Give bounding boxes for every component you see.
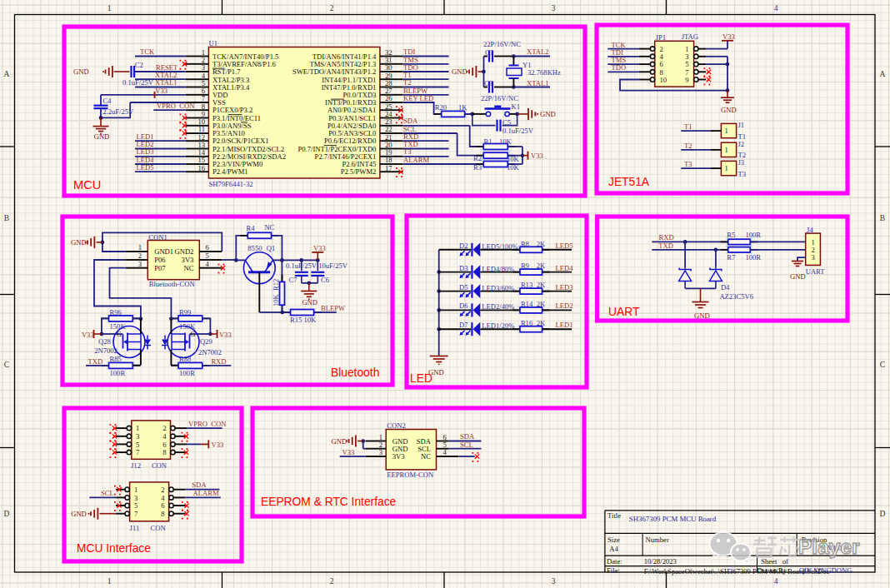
svg-text:SH367309 PCM MCU Board: SH367309 PCM MCU Board [629, 515, 717, 523]
svg-text:2K: 2K [537, 319, 546, 327]
svg-text:C1: C1 [485, 48, 493, 57]
svg-text:XTAL1: XTAL1 [527, 79, 549, 87]
svg-text:SCL: SCL [460, 441, 473, 449]
svg-text:VPRO CON: VPRO CON [188, 420, 227, 428]
svg-text:Bluetooth: Bluetooth [331, 366, 379, 379]
svg-text:Q1: Q1 [267, 244, 276, 252]
svg-text:J1: J1 [738, 121, 745, 129]
svg-text:R5: R5 [727, 231, 735, 239]
svg-text:V33: V33 [531, 152, 543, 160]
svg-text:LED4: LED4 [556, 264, 574, 272]
svg-text:D2: D2 [459, 242, 468, 250]
svg-text:10K: 10K [499, 137, 512, 146]
svg-text:LED5: LED5 [137, 163, 154, 172]
svg-text:4: 4 [774, 577, 778, 586]
svg-text:JTAG: JTAG [682, 32, 698, 41]
svg-text:R7: R7 [727, 253, 736, 262]
svg-text:CON2: CON2 [387, 421, 405, 430]
svg-text:6: 6 [161, 501, 165, 510]
svg-text:GND: GND [694, 311, 710, 320]
svg-text:GND: GND [332, 437, 348, 446]
svg-text:V33: V33 [219, 331, 232, 339]
svg-text:D: D [880, 510, 886, 518]
svg-text:3: 3 [812, 253, 815, 262]
svg-text:P2.5/PWM2: P2.5/PWM2 [341, 167, 377, 176]
svg-text:GND: GND [94, 132, 110, 141]
svg-text:4: 4 [161, 494, 165, 502]
svg-text:D: D [4, 510, 10, 518]
svg-text:Date:: Date: [607, 557, 622, 566]
svg-text:5: 5 [206, 252, 209, 260]
svg-text:D4: D4 [721, 283, 730, 292]
svg-text:R96: R96 [110, 308, 122, 316]
svg-text:T1: T1 [684, 122, 692, 131]
svg-text:Title: Title [608, 511, 621, 520]
svg-text:1: 1 [725, 146, 728, 154]
svg-text:C6: C6 [321, 276, 330, 284]
svg-text:1: 1 [108, 577, 112, 586]
svg-text:A: A [880, 70, 886, 78]
svg-text:Number: Number [646, 536, 669, 544]
svg-text:NC: NC [264, 223, 274, 232]
svg-text:R2: R2 [473, 154, 482, 162]
svg-text:C: C [880, 361, 885, 369]
svg-text:R1: R1 [484, 137, 492, 146]
svg-text:LED1: LED1 [556, 321, 573, 329]
svg-text:Q28: Q28 [98, 337, 111, 346]
svg-text:2: 2 [162, 424, 166, 432]
svg-text:NC: NC [183, 264, 193, 272]
svg-text:SCL: SCL [101, 489, 114, 497]
svg-text:GND: GND [71, 510, 87, 518]
svg-text:GND2: GND2 [174, 247, 193, 256]
svg-text:10/28/2023: 10/28/2023 [644, 557, 677, 566]
svg-text:1K: 1K [458, 103, 468, 112]
svg-text:CON1: CON1 [148, 233, 167, 242]
svg-text:Bluetooth-CON: Bluetooth-CON [149, 280, 196, 288]
svg-text:V33: V33 [313, 244, 326, 252]
svg-text:T2: T2 [684, 142, 692, 150]
svg-text:V33: V33 [722, 32, 735, 41]
svg-text:ALARM: ALARM [193, 489, 219, 497]
svg-text:4: 4 [206, 260, 210, 268]
svg-text:16: 16 [198, 164, 205, 172]
svg-text:LED2/40%: LED2/40% [482, 302, 514, 311]
svg-text:GND: GND [71, 238, 87, 247]
svg-text:RXD: RXD [211, 357, 226, 366]
svg-text:R85: R85 [110, 355, 122, 363]
svg-text:100R: 100R [745, 253, 761, 262]
svg-text:R99: R99 [179, 308, 191, 316]
svg-text:1: 1 [725, 127, 728, 135]
svg-text:P2.4/PWM1: P2.4/PWM1 [212, 167, 248, 176]
svg-text:Size: Size [608, 536, 620, 544]
svg-text:3: 3 [134, 494, 138, 502]
svg-text:GND: GND [428, 368, 444, 376]
svg-text:U1: U1 [209, 39, 218, 47]
svg-text:Drawn By:: Drawn By: [758, 566, 789, 575]
svg-text:1: 1 [134, 486, 138, 494]
svg-text:QIN XINGDONG: QIN XINGDONG [799, 566, 852, 575]
svg-text:GND: GND [721, 106, 737, 114]
svg-text:D3: D3 [459, 264, 468, 272]
svg-text:TDO: TDO [612, 63, 627, 72]
svg-text:TXD: TXD [88, 357, 103, 366]
svg-text:R4: R4 [247, 224, 256, 232]
svg-text:R16: R16 [521, 319, 533, 327]
svg-text:7: 7 [136, 448, 140, 456]
svg-text:LED3: LED3 [556, 283, 573, 292]
svg-text:TXD: TXD [658, 242, 673, 250]
svg-text:2K: 2K [537, 281, 546, 289]
svg-text:22P/16V/NC: 22P/16V/NC [481, 94, 518, 102]
svg-text:1: 1 [138, 243, 142, 252]
svg-text:R13: R13 [521, 281, 532, 289]
svg-text:3V3: 3V3 [392, 452, 405, 461]
svg-text:1: 1 [725, 164, 728, 172]
svg-text:LED3/60%: LED3/60% [482, 284, 514, 292]
svg-text:5: 5 [134, 501, 138, 510]
svg-text:R14: R14 [521, 300, 533, 308]
svg-text:V33: V33 [82, 331, 94, 339]
svg-text:C4: C4 [102, 97, 112, 105]
svg-text:0.1uF/25V: 0.1uF/25V [122, 78, 154, 87]
svg-text:2N7002: 2N7002 [198, 348, 222, 356]
svg-text:JET51A: JET51A [608, 176, 650, 188]
svg-text:R15 10K: R15 10K [290, 316, 317, 324]
